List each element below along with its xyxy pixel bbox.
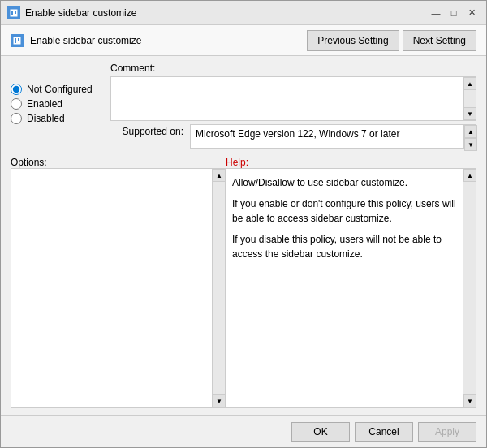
help-label: Help: xyxy=(226,157,476,168)
options-scrollbar: ▲ ▼ xyxy=(212,169,225,407)
supported-value-wrapper: Microsoft Edge version 122, Windows 7 or… xyxy=(190,124,476,149)
comment-label: Comment: xyxy=(110,62,476,74)
help-scrollbar: ▲ ▼ xyxy=(463,169,476,407)
supported-scrollbar: ▲ ▼ xyxy=(463,124,476,149)
comment-row: ▲ ▼ xyxy=(110,76,476,121)
ok-button[interactable]: OK xyxy=(291,422,350,442)
options-scroll-up[interactable]: ▲ xyxy=(213,169,226,182)
radio-options: Not Configured Enabled Disabled xyxy=(11,62,104,124)
header-icon xyxy=(11,34,24,47)
help-scroll-track xyxy=(463,182,476,394)
right-col: Comment: ▲ ▼ Supported on: Microsof xyxy=(110,62,476,153)
nav-buttons: Previous Setting Next Setting xyxy=(307,30,476,51)
radio-not-configured-input[interactable] xyxy=(11,84,22,95)
next-setting-button[interactable]: Next Setting xyxy=(403,30,476,51)
comment-textarea[interactable] xyxy=(110,76,463,121)
svg-rect-5 xyxy=(18,38,19,41)
radio-group: Not Configured Enabled Disabled xyxy=(11,62,104,153)
help-p2-text: If you enable or don't configure this po… xyxy=(232,198,456,224)
prev-setting-button[interactable]: Previous Setting xyxy=(307,30,399,51)
svg-rect-4 xyxy=(15,38,16,43)
help-p3-text: If you disable this policy, users will n… xyxy=(232,234,442,260)
window-controls: — □ ✕ xyxy=(428,5,480,21)
svg-rect-1 xyxy=(11,11,13,15)
supported-value: Microsoft Edge version 122, Windows 7 or… xyxy=(190,124,463,149)
radio-disabled[interactable]: Disabled xyxy=(11,113,104,124)
svg-rect-3 xyxy=(13,37,21,45)
options-label: Options: xyxy=(11,157,226,168)
help-scroll-up[interactable]: ▲ xyxy=(463,169,476,182)
radio-enabled-label: Enabled xyxy=(27,98,62,110)
top-area: Not Configured Enabled Disabled Comm xyxy=(11,62,476,153)
supported-scroll-down[interactable]: ▼ xyxy=(464,138,477,151)
supported-label: Supported on: xyxy=(110,124,183,137)
radio-not-configured-label: Not Configured xyxy=(27,84,93,95)
options-panel: ▲ ▼ xyxy=(11,168,226,408)
comment-section: Comment: ▲ ▼ xyxy=(110,62,476,121)
comment-scrollbar: ▲ ▼ xyxy=(463,76,476,121)
help-paragraph-2: If you enable or don't configure this po… xyxy=(232,196,456,226)
main-content: Not Configured Enabled Disabled Comm xyxy=(1,56,486,415)
header-bar: Enable sidebar customize Previous Settin… xyxy=(1,25,486,56)
cancel-button[interactable]: Cancel xyxy=(355,422,413,442)
help-paragraph-1: Allow/Disallow to use sidebar customize. xyxy=(232,175,456,190)
scroll-down-arrow[interactable]: ▼ xyxy=(463,107,476,120)
apply-button[interactable]: Apply xyxy=(418,422,476,442)
footer: OK Cancel Apply xyxy=(1,415,486,447)
header-title: Enable sidebar customize xyxy=(30,35,300,46)
options-scroll-down[interactable]: ▼ xyxy=(213,394,226,407)
window-title: Enable sidebar customize xyxy=(25,7,428,19)
minimize-button[interactable]: — xyxy=(428,5,444,21)
panels-row: ▲ ▼ Allow/Disallow to use sidebar custom… xyxy=(11,168,476,408)
scroll-up-arrow[interactable]: ▲ xyxy=(463,77,476,90)
help-scroll-down[interactable]: ▼ xyxy=(463,394,476,407)
radio-disabled-label: Disabled xyxy=(27,113,65,124)
radio-enabled[interactable]: Enabled xyxy=(11,98,104,110)
section-labels-row: Options: Help: xyxy=(11,157,476,168)
help-panel: Allow/Disallow to use sidebar customize.… xyxy=(226,168,476,408)
main-window: Enable sidebar customize — □ ✕ Enable si… xyxy=(0,0,487,448)
help-paragraph-3: If you disable this policy, users will n… xyxy=(232,232,456,261)
help-content: Allow/Disallow to use sidebar customize.… xyxy=(226,169,463,407)
window-icon xyxy=(7,6,20,19)
maximize-button[interactable]: □ xyxy=(446,5,462,21)
options-scroll-track xyxy=(213,182,225,394)
scroll-track xyxy=(464,90,476,107)
supported-section: Supported on: Microsoft Edge version 122… xyxy=(110,124,476,149)
radio-disabled-input[interactable] xyxy=(11,113,22,124)
radio-not-configured[interactable]: Not Configured xyxy=(11,84,104,95)
close-button[interactable]: ✕ xyxy=(463,5,480,21)
supported-scroll-up[interactable]: ▲ xyxy=(464,125,477,138)
options-content xyxy=(11,169,212,407)
title-bar: Enable sidebar customize — □ ✕ xyxy=(1,1,486,25)
svg-rect-0 xyxy=(10,9,18,17)
svg-rect-2 xyxy=(15,11,16,14)
radio-enabled-input[interactable] xyxy=(11,98,22,110)
